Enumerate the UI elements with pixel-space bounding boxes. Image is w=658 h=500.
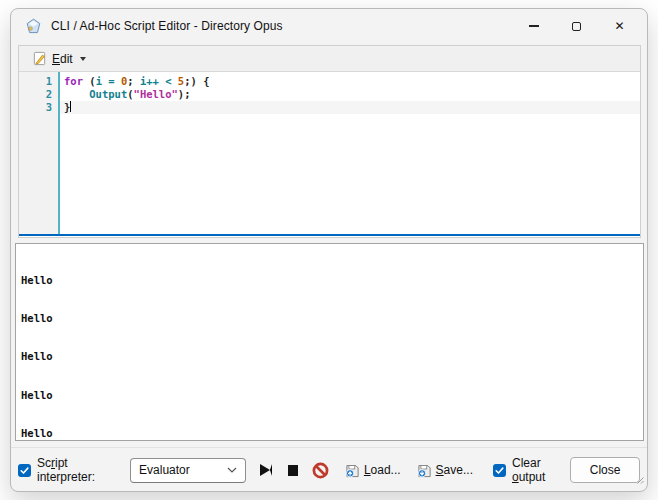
floppy-up-arrow-icon [345,463,360,478]
output-line: Hello [21,350,638,363]
editor-toolbar: Edit [19,46,640,72]
output-panel[interactable]: Hello Hello Hello Hello Hello --> (empty… [15,243,644,441]
window-controls: ✕ [512,11,641,41]
chevron-down-icon [80,57,86,61]
interpreter-selected-value: Evaluator [139,463,190,477]
minimize-button[interactable] [512,11,555,41]
abort-button[interactable] [312,462,329,479]
minimize-icon [529,25,539,26]
bottom-toolbar: Script interpreter: Evaluator Load. [18,450,640,490]
prohibit-icon [312,462,329,479]
clear-output-label: Clear output [512,456,570,484]
code-line: Output("Hello"); [64,88,640,101]
output-line: Hello [21,274,638,287]
chevron-down-icon [227,467,237,473]
run-button[interactable] [260,464,272,476]
check-icon [19,465,30,476]
save-button[interactable]: Save... [413,460,477,481]
text-cursor [70,101,71,112]
line-number: 2 [19,88,52,101]
code-editor[interactable]: 1 2 3 for (i = 0; i++ < 5;) { Output("He… [19,72,640,236]
output-line: Hello [21,312,638,325]
save-button-label: Save... [436,463,473,477]
code-line: for (i = 0; i++ < 5;) { [64,75,640,88]
script-editor-dialog: CLI / Ad-Hoc Script Editor - Directory O… [10,8,648,492]
code-text: for (i = 0; i++ < 5;) { Output("Hello");… [60,72,640,234]
interpreter-select[interactable]: Evaluator [130,458,246,483]
check-icon [494,465,505,476]
script-interpreter-label: Script interpreter: [37,456,119,484]
close-icon: ✕ [614,20,624,32]
clear-output-checkbox[interactable] [493,464,506,477]
close-dialog-button[interactable]: Close [570,457,640,483]
line-number: 3 [19,101,52,114]
close-button[interactable]: ✕ [598,11,641,41]
line-number-gutter: 1 2 3 [19,72,60,234]
maximize-button[interactable] [555,11,598,41]
load-button-label: Load... [364,463,401,477]
output-line: Hello [21,427,638,440]
resize-grip[interactable] [634,470,644,488]
stop-button[interactable] [288,465,298,476]
window-title: CLI / Ad-Hoc Script Editor - Directory O… [51,19,283,33]
pencil-icon [32,51,47,66]
script-editor-panel: Edit 1 2 3 for (i = 0; i++ < 5;) { Outpu… [18,45,641,238]
script-interpreter-checkbox[interactable] [18,464,31,477]
floppy-down-arrow-icon [417,463,432,478]
opus-gem-icon [25,18,42,35]
code-line: } [64,101,640,114]
output-line: Hello [21,389,638,402]
edit-menu-button[interactable]: Edit [24,47,94,70]
title-bar: CLI / Ad-Hoc Script Editor - Directory O… [11,9,647,43]
maximize-icon [572,22,581,31]
line-number: 1 [19,75,52,88]
divider [11,447,647,448]
edit-menu-label: Edit [52,52,73,66]
load-button[interactable]: Load... [341,460,405,481]
